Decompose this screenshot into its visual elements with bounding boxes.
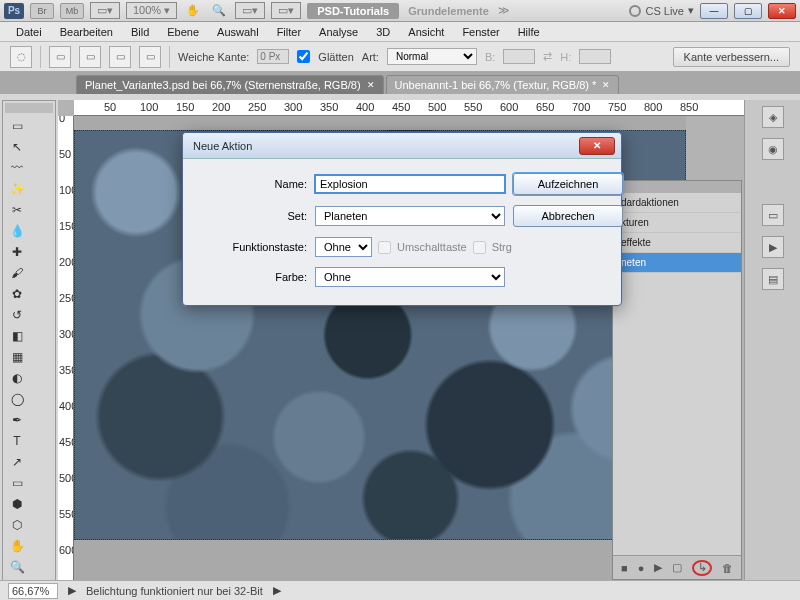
panel-grip-icon[interactable]	[613, 181, 741, 193]
set-select[interactable]: Planeten	[315, 206, 505, 226]
history-brush-tool[interactable]: ↺	[5, 305, 29, 325]
blur-tool[interactable]: ◐	[5, 368, 29, 388]
status-arrow-icon[interactable]: ▶	[273, 584, 281, 597]
menu-hilfe[interactable]: Hilfe	[510, 24, 548, 40]
menu-bild[interactable]: Bild	[123, 24, 157, 40]
menu-analyse[interactable]: Analyse	[311, 24, 366, 40]
dialog-close-button[interactable]: ✕	[579, 137, 615, 155]
zoom-field[interactable]: 66,67%	[8, 583, 58, 599]
menu-datei[interactable]: Datei	[8, 24, 50, 40]
minibridge-button[interactable]: Mb	[60, 3, 84, 19]
type-tool[interactable]: T	[5, 431, 29, 451]
bridge-button[interactable]: Br	[30, 3, 54, 19]
play-panel-icon[interactable]: ▶	[762, 236, 784, 258]
menu-ebene[interactable]: Ebene	[159, 24, 207, 40]
shape-tool[interactable]: ▭	[5, 473, 29, 493]
workspace-grundelemente[interactable]: Grundelemente	[405, 5, 492, 17]
gradient-tool[interactable]: ▦	[5, 347, 29, 367]
pen-tool[interactable]: ✒	[5, 410, 29, 430]
layers-panel-icon[interactable]: ◈	[762, 106, 784, 128]
maximize-button[interactable]: ▢	[734, 3, 762, 19]
new-action-dialog: Neue Aktion ✕ Name: Aufzeichnen Set: Pla…	[182, 132, 622, 306]
action-set-item[interactable]: kturen	[613, 213, 741, 233]
action-set-item[interactable]: effekte	[613, 233, 741, 253]
marquee-new-icon[interactable]: ▭	[49, 46, 71, 68]
style-select[interactable]: Normal	[387, 48, 477, 65]
stamp-tool[interactable]: ✿	[5, 284, 29, 304]
record-icon[interactable]: ●	[638, 562, 645, 574]
panel-icon[interactable]: ▤	[762, 268, 784, 290]
close-tab-icon[interactable]: ✕	[602, 80, 610, 90]
menu-bearbeiten[interactable]: Bearbeiten	[52, 24, 121, 40]
cslive-icon	[629, 5, 641, 17]
antialias-checkbox[interactable]	[297, 50, 310, 63]
heal-tool[interactable]: ✚	[5, 242, 29, 262]
menu-fenster[interactable]: Fenster	[454, 24, 507, 40]
lasso-tool[interactable]: 〰	[5, 158, 29, 178]
panel-icon[interactable]: ▭	[762, 204, 784, 226]
document-tab[interactable]: Planet_Variante3.psd bei 66,7% (Sternens…	[76, 75, 384, 94]
stop-icon[interactable]: ■	[621, 562, 628, 574]
workspace-more-icon[interactable]: ≫	[498, 4, 510, 17]
zoom-icon[interactable]: 🔍	[209, 4, 229, 17]
play-icon[interactable]: ▶	[654, 561, 662, 574]
height-input	[579, 49, 611, 64]
marquee-tool[interactable]: ↖	[5, 137, 29, 157]
options-bar: ◌ ▭ ▭ ▭ ▭ Weiche Kante: Glätten Art: Nor…	[0, 42, 800, 72]
close-tab-icon[interactable]: ✕	[367, 80, 375, 90]
color-select[interactable]: Ohne	[315, 267, 505, 287]
move-tool[interactable]: ▭	[5, 116, 29, 136]
marquee-int-icon[interactable]: ▭	[139, 46, 161, 68]
menu-auswahl[interactable]: Auswahl	[209, 24, 267, 40]
marquee-add-icon[interactable]: ▭	[79, 46, 101, 68]
action-set-item[interactable]: dardaktionen	[613, 193, 741, 213]
window-close-button[interactable]: ✕	[768, 3, 796, 19]
feather-input[interactable]	[257, 49, 289, 64]
record-button[interactable]: Aufzeichnen	[513, 173, 623, 195]
collapsed-panels: ◈ ◉ ▭ ▶ ▤	[744, 100, 800, 580]
tool-preset-icon[interactable]: ◌	[10, 46, 32, 68]
zoom-tool[interactable]: 🔍	[5, 557, 29, 577]
refine-edge-button[interactable]: Kante verbessern...	[673, 47, 790, 67]
dialog-titlebar[interactable]: Neue Aktion ✕	[183, 133, 621, 159]
eraser-tool[interactable]: ◧	[5, 326, 29, 346]
path-tool[interactable]: ↗	[5, 452, 29, 472]
set-label: Set:	[197, 210, 307, 222]
menu-ansicht[interactable]: Ansicht	[400, 24, 452, 40]
menu-3d[interactable]: 3D	[368, 24, 398, 40]
3d-tool[interactable]: ⬢	[5, 494, 29, 514]
brush-tool[interactable]: 🖌	[5, 263, 29, 283]
wand-tool[interactable]: ✨	[5, 179, 29, 199]
channels-panel-icon[interactable]: ◉	[762, 138, 784, 160]
menu-filter[interactable]: Filter	[269, 24, 309, 40]
status-arrow-icon[interactable]: ▶	[68, 584, 76, 597]
workspace-psdtutorials[interactable]: PSD-Tutorials	[307, 3, 399, 19]
eyedropper-tool[interactable]: 💧	[5, 221, 29, 241]
cancel-button[interactable]: Abbrechen	[513, 205, 623, 227]
hand-tool[interactable]: ✋	[5, 536, 29, 556]
new-action-icon[interactable]: ↳	[692, 560, 712, 576]
name-input[interactable]	[315, 175, 505, 193]
3d-camera-tool[interactable]: ⬡	[5, 515, 29, 535]
document-tab-active[interactable]: Unbenannt-1 bei 66,7% (Textur, RGB/8) *✕	[386, 75, 620, 94]
minimize-button[interactable]: —	[700, 3, 728, 19]
trash-icon[interactable]: 🗑	[722, 562, 733, 574]
panel-grip-icon[interactable]	[5, 103, 53, 113]
new-set-icon[interactable]: ▢	[672, 561, 682, 574]
app-icon: Ps	[4, 3, 24, 19]
screen-selector[interactable]: ▭▾	[271, 2, 301, 19]
marquee-sub-icon[interactable]: ▭	[109, 46, 131, 68]
cslive-button[interactable]: CS Live ▾	[629, 4, 694, 17]
actions-panel: dardaktionen kturen effekte neten ■ ● ▶ …	[612, 180, 742, 580]
viewmode-selector[interactable]: ▭▾	[235, 2, 265, 19]
function-key-select[interactable]: Ohne	[315, 237, 372, 257]
title-bar: Ps Br Mb ▭▾ 100% ▾ ✋ 🔍 ▭▾ ▭▾ PSD-Tutoria…	[0, 0, 800, 22]
actions-panel-footer: ■ ● ▶ ▢ ↳ 🗑	[613, 555, 741, 579]
action-set-item-selected[interactable]: neten	[613, 253, 741, 273]
crop-tool[interactable]: ✂	[5, 200, 29, 220]
status-bar: 66,67% ▶ Belichtung funktioniert nur bei…	[0, 580, 800, 600]
layout-selector[interactable]: ▭▾	[90, 2, 120, 19]
hand-icon[interactable]: ✋	[183, 4, 203, 17]
dodge-tool[interactable]: ◯	[5, 389, 29, 409]
zoom-selector[interactable]: 100% ▾	[126, 2, 177, 19]
